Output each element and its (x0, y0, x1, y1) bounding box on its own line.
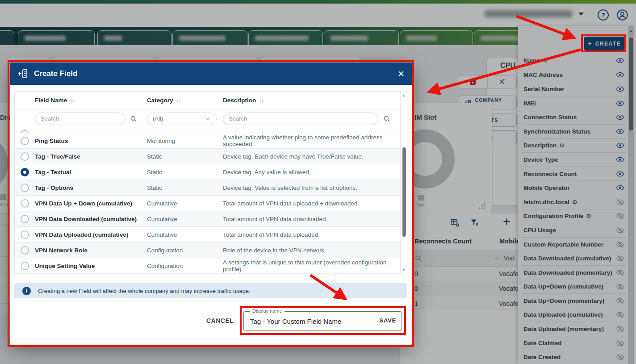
display-name-field: Display name SAVE (243, 311, 402, 331)
field-name: VPN Data Downloaded (cumulative) (35, 216, 147, 222)
info-banner: i Creating a new Field will affect the w… (14, 283, 407, 298)
chevron-down-icon (204, 115, 212, 122)
field-option-row-unique-setting[interactable]: Unique Setting Value Configuration A set… (15, 258, 400, 274)
field-name: Unique Setting Value (35, 263, 147, 269)
field-option-row-tag-truefalse[interactable]: Tag - True/False Static Device tag. Each… (15, 149, 400, 164)
field-option-row-tag-options[interactable]: Tag - Options Static Device tag. Value i… (15, 180, 400, 196)
table-filter-row: (All) (15, 109, 400, 128)
field-description: Role of the device in the VPN network. (223, 247, 400, 254)
search-icon[interactable] (130, 115, 138, 123)
field-option-row-vpn-network-role[interactable]: VPN Network Role Configuration Role of t… (15, 243, 400, 258)
field-description: A settings that is unique to this router… (223, 259, 400, 272)
field-category: Static (147, 169, 223, 176)
field-option-row-vpn-downloaded[interactable]: VPN Data Downloaded (cumulative) Cumulat… (15, 211, 400, 227)
field-description: Total amount of VPN data uploaded. (223, 231, 400, 238)
field-category: Monitoring (147, 138, 223, 144)
field-category: Cumulative (147, 231, 223, 238)
sort-icon[interactable]: ↑↓ (259, 98, 263, 103)
field-option-row-ping-status[interactable]: Ping Status Monitoring A value indicatin… (15, 133, 400, 149)
field-category: Configuration (147, 247, 223, 254)
category-select-value: (All) (153, 115, 163, 122)
field-name: Ping Status (35, 138, 147, 144)
field-option-row-vpn-uploaded[interactable]: VPN Data Uploaded (cumulative) Cumulativ… (15, 227, 400, 243)
partial-scrolled-row (15, 128, 400, 133)
radio-button-selected[interactable] (21, 168, 29, 176)
radio-button[interactable] (21, 152, 29, 161)
field-option-row-tag-textual[interactable]: Tag - Textual Static Device tag. Any val… (15, 164, 400, 180)
radio-button[interactable] (21, 184, 29, 192)
create-field-modal: Create Field ✕ Field Name↑↓ Category↑↓ D… (10, 63, 412, 345)
field-category: Configuration (147, 263, 223, 269)
field-option-row-vpn-updown[interactable]: VPN Data Up + Down (cumulative) Cumulati… (15, 196, 400, 211)
add-field-icon (17, 69, 29, 79)
field-category: Static (147, 153, 223, 160)
display-name-input[interactable] (244, 312, 402, 331)
modal-title: Create Field (34, 69, 77, 78)
field-name: VPN Network Role (35, 247, 147, 254)
column-description[interactable]: Description↑↓ (223, 97, 400, 104)
save-button[interactable]: SAVE (379, 317, 396, 324)
info-icon: i (22, 287, 31, 295)
radio-button (21, 130, 29, 133)
column-category[interactable]: Category↑↓ (147, 97, 223, 104)
field-description: Total amount of VPN data downloaded. (223, 216, 400, 222)
field-category: Static (147, 184, 223, 191)
field-description: Device tag. Any value is allowed. (223, 169, 400, 176)
cancel-button[interactable]: CANCEL (206, 317, 234, 324)
modal-header: Create Field ✕ (10, 63, 412, 85)
column-field-name[interactable]: Field Name↑↓ (35, 97, 147, 104)
field-name: VPN Data Up + Down (cumulative) (35, 200, 147, 207)
field-category: Cumulative (147, 216, 223, 222)
field-type-table: Field Name↑↓ Category↑↓ Description↑↓ (A… (14, 91, 407, 274)
category-select[interactable]: (All) (147, 113, 217, 125)
table-scrollbar[interactable]: ▲ ▼ (400, 92, 407, 274)
close-icon[interactable]: ✕ (398, 69, 405, 79)
radio-button[interactable] (21, 137, 29, 145)
field-name: VPN Data Uploaded (cumulative) (35, 231, 147, 238)
radio-button[interactable] (21, 246, 29, 255)
description-search-input[interactable] (223, 113, 378, 125)
radio-button[interactable] (21, 230, 29, 239)
field-description: Device tag. Each device may have True/Fa… (223, 153, 400, 160)
radio-button[interactable] (21, 199, 29, 208)
scrollbar-thumb[interactable] (402, 147, 406, 237)
info-text: Creating a new Field will affect the who… (38, 288, 251, 294)
field-description: Device tag. Value is selected from a lis… (223, 184, 400, 191)
field-name: Tag - Options (35, 184, 147, 191)
radio-button[interactable] (21, 215, 29, 223)
sort-icon[interactable]: ↑↓ (176, 98, 180, 103)
field-name: Tag - Textual (35, 169, 147, 176)
field-description: Total amount of VPN data uploaded + down… (223, 200, 400, 207)
search-icon[interactable] (383, 115, 391, 123)
field-description: A value indicating whether ping to some … (223, 134, 400, 147)
scroll-down-arrow[interactable]: ▼ (402, 268, 406, 272)
table-header-row: Field Name↑↓ Category↑↓ Description↑↓ (15, 92, 400, 109)
radio-button[interactable] (21, 262, 29, 270)
field-name-search-input[interactable] (35, 113, 126, 125)
field-name: Tag - True/False (35, 153, 147, 160)
scroll-up-arrow[interactable]: ▲ (402, 93, 406, 97)
field-category: Cumulative (147, 200, 223, 207)
sort-icon[interactable]: ↑↓ (70, 98, 74, 103)
